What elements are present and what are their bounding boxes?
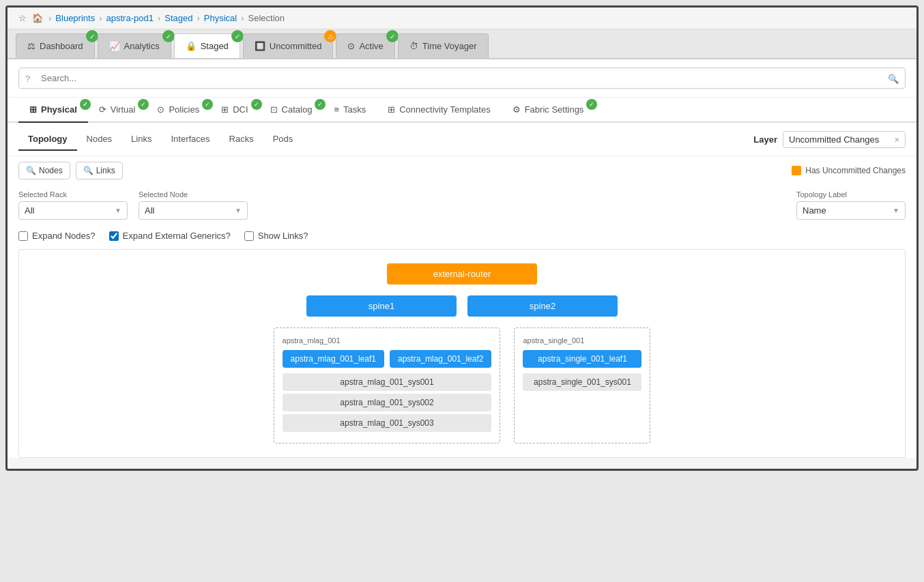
dropdown-row: Selected Rack All ▼ Selected Node All ▼ …: [8, 185, 916, 225]
uncommitted-icon: 🔲: [255, 41, 265, 51]
analytics-badge: ✓: [162, 30, 175, 42]
home-icon[interactable]: 🏠: [32, 13, 43, 23]
topology-header-row: Topology Nodes Links Interfaces Racks Po…: [8, 123, 916, 156]
selected-node-chevron: ▼: [235, 207, 242, 214]
physical-tab-icon: ⊞: [29, 104, 37, 115]
search-icon-left: ?: [25, 73, 30, 83]
breadcrumb-physical[interactable]: Physical: [204, 13, 237, 23]
star-icon[interactable]: ☆: [18, 13, 27, 23]
sys-mlag-001-sys002[interactable]: apstra_mlag_001_sys002: [283, 394, 492, 411]
expand-nodes-checkbox-item[interactable]: Expand Nodes?: [18, 231, 96, 241]
topo-tab-interfaces[interactable]: Interfaces: [161, 128, 219, 151]
links-filter-button[interactable]: 🔍 Links: [76, 162, 123, 179]
sys-mlag-001-sys001[interactable]: apstra_mlag_001_sys001: [283, 373, 492, 391]
expand-nodes-label: Expand Nodes?: [32, 231, 96, 241]
sub-tab-virtual[interactable]: ⟳ Virtual ✓: [88, 98, 147, 123]
topo-tab-links[interactable]: Links: [121, 128, 161, 151]
tab-staged[interactable]: 🔒 Staged ✓: [174, 33, 240, 58]
topo-tab-topology[interactable]: Topology: [18, 128, 77, 151]
breadcrumb-blueprints[interactable]: Blueprints: [55, 13, 95, 23]
checkboxes-row: Expand Nodes? Expand External Generics? …: [8, 225, 916, 249]
external-router-node[interactable]: external-router: [387, 263, 537, 285]
layer-value: Uncommitted Changes: [789, 134, 879, 145]
topology-canvas: external-router spine1 spine2 apstra_mla…: [18, 249, 906, 458]
search-input[interactable]: [18, 68, 906, 89]
uncommitted-legend: Has Uncommitted Changes: [792, 166, 906, 175]
nodes-filter-button[interactable]: 🔍 Nodes: [18, 162, 70, 179]
uncommitted-legend-square: [792, 166, 801, 175]
top-tabs-bar: ⚖ Dashboard ✓ 📈 Analytics ✓ 🔒 Staged ✓ 🔲…: [8, 29, 916, 59]
analytics-icon: 📈: [109, 41, 120, 51]
leaf-mlag-001-leaf2[interactable]: apstra_mlag_001_leaf2: [390, 350, 491, 368]
selected-node-group: Selected Node All ▼: [139, 190, 248, 220]
sub-tab-policies[interactable]: ⊙ Policies ✓: [146, 98, 210, 123]
tab-analytics[interactable]: 📈 Analytics ✓: [98, 33, 171, 58]
layer-label: Layer: [753, 134, 777, 145]
selected-rack-group: Selected Rack All ▼: [18, 190, 128, 220]
connectivity-templates-icon: ⊞: [388, 104, 395, 115]
sub-tab-catalog[interactable]: ⊡ Catalog ✓: [259, 98, 323, 123]
spines-row: spine1 spine2: [306, 295, 618, 317]
expand-nodes-checkbox[interactable]: [18, 231, 28, 241]
topo-tab-pods[interactable]: Pods: [263, 128, 303, 151]
leaf-mlag-001-leaf1[interactable]: apstra_mlag_001_leaf1: [283, 350, 384, 368]
topology-label-group: Topology Label Name ▼: [796, 190, 906, 220]
tab-active[interactable]: ⊙ Active ✓: [336, 33, 394, 58]
tab-time-voyager[interactable]: ⏱ Time Voyager: [398, 33, 489, 58]
topology-label-chevron: ▼: [893, 207, 899, 214]
expand-external-generics-checkbox[interactable]: [109, 231, 119, 241]
uncommitted-legend-label: Has Uncommitted Changes: [805, 166, 906, 175]
show-links-checkbox-item[interactable]: Show Links?: [244, 231, 308, 241]
staged-badge: ✓: [231, 30, 244, 42]
rack-single-001-label: apstra_single_001: [523, 336, 641, 345]
tab-dashboard[interactable]: ⚖ Dashboard ✓: [16, 33, 95, 58]
spine2-node[interactable]: spine2: [467, 295, 618, 317]
dashboard-icon: ⚖: [27, 41, 35, 51]
leaf-single-001-leaf1[interactable]: apstra_single_001_leaf1: [523, 350, 641, 368]
tab-uncommitted[interactable]: 🔲 Uncommitted ⚠: [243, 33, 334, 58]
layer-close-icon[interactable]: ×: [894, 134, 899, 145]
layer-select[interactable]: Uncommitted Changes ×: [783, 131, 906, 148]
fabric-settings-icon: ⚙: [512, 104, 521, 115]
rack-single-001: apstra_single_001 apstra_single_001_leaf…: [514, 328, 650, 443]
sub-tab-dci[interactable]: ⊞ DCI ✓: [210, 98, 259, 123]
active-badge: ✓: [386, 30, 399, 42]
time-voyager-icon: ⏱: [409, 41, 418, 51]
tasks-tab-icon: ≡: [334, 104, 339, 115]
breadcrumb: ☆ 🏠 › Blueprints › apstra-pod1 › Staged …: [8, 8, 916, 29]
filter-row: 🔍 Nodes 🔍 Links Has Uncommitted Changes: [8, 156, 916, 185]
selected-node-value: All: [145, 205, 154, 216]
selected-rack-select[interactable]: All ▼: [18, 201, 128, 220]
topology-label-label: Topology Label: [796, 190, 906, 199]
expand-external-generics-checkbox-item[interactable]: Expand External Generics?: [109, 231, 231, 241]
content-area: ? 🔍 ⊞ Physical ✓ ⟳ Virtual ✓ ⊙ Policies …: [8, 59, 916, 458]
sub-tab-connectivity-templates[interactable]: ⊞ Connectivity Templates: [377, 98, 501, 123]
search-icon-right: 🔍: [888, 73, 899, 83]
breadcrumb-apstra-pod1[interactable]: apstra-pod1: [106, 13, 154, 23]
topo-tab-racks[interactable]: Racks: [220, 128, 263, 151]
rack-mlag-001-label: apstra_mlag_001: [283, 336, 492, 345]
sub-tab-tasks[interactable]: ≡ Tasks: [323, 98, 377, 123]
show-links-label: Show Links?: [258, 231, 308, 241]
sys-mlag-001-sys003[interactable]: apstra_mlag_001_sys003: [283, 414, 492, 432]
breadcrumb-staged[interactable]: Staged: [164, 13, 192, 23]
topology-label-select[interactable]: Name ▼: [796, 201, 906, 220]
selected-rack-chevron: ▼: [115, 207, 121, 214]
show-links-checkbox[interactable]: [244, 231, 254, 241]
sys-single-001-sys001[interactable]: apstra_single_001_sys001: [523, 373, 641, 391]
racks-row: apstra_mlag_001 apstra_mlag_001_leaf1 ap…: [274, 328, 651, 443]
sub-tab-physical[interactable]: ⊞ Physical ✓: [18, 98, 88, 123]
topo-tab-nodes[interactable]: Nodes: [77, 128, 122, 151]
spine1-node[interactable]: spine1: [306, 295, 457, 317]
search-input-wrap: ? 🔍: [18, 68, 906, 89]
sub-tabs-bar: ⊞ Physical ✓ ⟳ Virtual ✓ ⊙ Policies ✓ ⊞ …: [8, 98, 916, 123]
active-icon: ⊙: [347, 41, 355, 51]
dci-tab-icon: ⊞: [221, 104, 229, 115]
search-bar: ? 🔍: [8, 59, 916, 98]
links-filter-icon: 🔍: [83, 166, 93, 175]
dashboard-badge: ✓: [86, 30, 98, 42]
selected-rack-value: All: [25, 205, 34, 216]
sub-tab-fabric-settings[interactable]: ⚙ Fabric Settings ✓: [502, 98, 595, 123]
selected-node-select[interactable]: All ▼: [139, 201, 248, 220]
breadcrumb-selection: Selection: [248, 13, 285, 23]
